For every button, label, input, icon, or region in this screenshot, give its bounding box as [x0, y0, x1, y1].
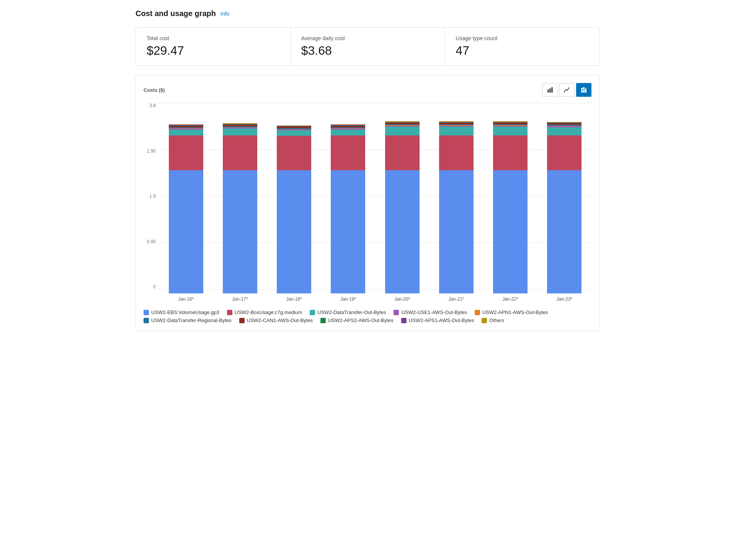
chart-body: Jan-16*Jan-17*Jan-18*Jan-19*Jan-20*Jan-2…: [159, 103, 591, 302]
svg-rect-13: [585, 90, 586, 93]
bar-chart-icon: [547, 86, 554, 93]
info-link[interactable]: Info: [220, 11, 229, 17]
bar-stack: [439, 121, 474, 293]
chart-controls-row: Costs ($): [144, 83, 591, 97]
chart-section: Costs ($): [136, 75, 599, 331]
svg-point-3: [564, 91, 565, 93]
line-chart-icon: [564, 86, 570, 93]
bar-segment-box: [169, 135, 203, 170]
bar-group[interactable]: Jan-19*: [321, 103, 375, 302]
legend-swatch-ebs: [144, 310, 149, 315]
usage-type-count-label: Usage type count: [456, 35, 588, 41]
svg-rect-12: [583, 87, 585, 89]
bar-chart-button[interactable]: [542, 83, 558, 97]
bar-segment-dt_out: [331, 130, 365, 135]
svg-point-5: [567, 90, 568, 91]
avg-daily-cost-label: Average daily cost: [301, 35, 434, 41]
bar-segment-ebs: [331, 170, 365, 293]
bar-label: Jan-19*: [340, 296, 356, 302]
bar-label: Jan-18*: [286, 296, 302, 302]
bar-group[interactable]: Jan-17*: [213, 103, 267, 302]
chart-area: 3.82.901.90.950 Jan-16*Jan-17*Jan-18*Jan…: [144, 103, 591, 302]
y-tick: 0: [153, 284, 156, 290]
bar-segment-dt_out: [223, 129, 257, 135]
page: Cost and usage graph Info Total cost $29…: [126, 0, 609, 340]
bar-segment-ebs: [223, 170, 257, 293]
svg-rect-9: [581, 88, 583, 90]
line-chart-button[interactable]: [559, 83, 575, 97]
legend-label-ebs: USW2-EBS:VolumeUsage.gp3: [151, 309, 219, 315]
y-axis: 3.82.901.90.950: [144, 103, 159, 302]
bar-segment-ebs: [493, 170, 528, 293]
bar-group[interactable]: Jan-21*: [429, 103, 483, 302]
bar-segment-box: [331, 135, 365, 170]
y-tick: 2.90: [147, 148, 156, 154]
usage-type-count-value: 47: [456, 44, 588, 58]
svg-point-4: [565, 89, 567, 90]
legend-item-others: Others: [482, 317, 504, 323]
chart-type-controls: [542, 83, 591, 97]
bar-label: Jan-22*: [502, 296, 518, 302]
bar-group[interactable]: Jan-23*: [537, 103, 591, 302]
bar-group[interactable]: Jan-18*: [267, 103, 321, 302]
legend-item-ebs: USW2-EBS:VolumeUsage.gp3: [144, 309, 219, 315]
legend-item-dt_reg: USW2-DataTransfer-Regional-Bytes: [144, 317, 232, 323]
legend-label-aps2: USW2-APS2-AWS-Out-Bytes: [328, 317, 394, 323]
bar-stack: [385, 121, 420, 293]
bar-group[interactable]: Jan-16*: [159, 103, 213, 302]
bar-stack: [547, 122, 581, 293]
legend-item-dt_out: USW2-DataTransfer-Out-Bytes: [310, 309, 386, 315]
legend-label-aps1: USW2-APS1-AWS-Out-Bytes: [409, 317, 474, 323]
legend-swatch-aps2: [320, 318, 326, 323]
svg-rect-11: [583, 89, 585, 90]
legend-swatch-others: [482, 318, 487, 323]
bars-container: Jan-16*Jan-17*Jan-18*Jan-19*Jan-20*Jan-2…: [159, 103, 591, 302]
total-cost-box: Total cost $29.47: [136, 28, 291, 65]
legend-swatch-can1: [239, 318, 245, 323]
svg-rect-2: [551, 87, 553, 93]
total-cost-value: $29.47: [147, 44, 279, 58]
bar-label: Jan-16*: [178, 296, 194, 302]
bar-label: Jan-21*: [448, 296, 464, 302]
legend-swatch-dt_reg: [144, 318, 149, 323]
bar-segment-box: [493, 135, 528, 170]
legend-item-can1: USW2-CAN1-AWS-Out-Bytes: [239, 317, 313, 323]
legend-swatch-box: [227, 310, 232, 315]
bar-label: Jan-20*: [394, 296, 410, 302]
bar-stack: [331, 124, 365, 293]
legend-label-others: Others: [489, 317, 504, 323]
legend-item-aps2: USW2-APS2-AWS-Out-Bytes: [320, 317, 394, 323]
y-tick: 3.8: [149, 103, 156, 108]
bar-segment-ebs: [547, 170, 581, 293]
bar-segment-ebs: [439, 170, 474, 293]
legend-item-use1: USW2-USE1-AWS-Out-Bytes: [394, 309, 467, 315]
svg-point-6: [568, 88, 570, 89]
bar-group[interactable]: Jan-20*: [375, 103, 429, 302]
legend-label-can1: USW2-CAN1-AWS-Out-Bytes: [247, 317, 313, 323]
svg-rect-14: [585, 88, 586, 90]
y-axis-label: Costs ($): [144, 87, 165, 93]
bar-segment-box: [223, 135, 257, 170]
svg-rect-7: [581, 91, 583, 93]
page-title: Cost and usage graph: [136, 9, 216, 18]
bar-segment-ebs: [169, 170, 203, 293]
y-tick: 1.9: [149, 194, 156, 199]
svg-rect-0: [547, 90, 549, 93]
legend-swatch-aps1: [401, 318, 407, 323]
legend-item-aps1: USW2-APS1-AWS-Out-Bytes: [401, 317, 474, 323]
avg-daily-cost-value: $3.68: [301, 44, 434, 58]
bar-stack: [493, 121, 528, 293]
bar-segment-box: [547, 135, 581, 170]
bar-segment-ebs: [277, 170, 311, 293]
stacked-bar-chart-button[interactable]: [576, 83, 591, 97]
bar-segment-box: [385, 135, 420, 170]
stacked-bar-icon: [580, 86, 587, 93]
bar-segment-dt_out: [547, 127, 581, 135]
bar-group[interactable]: Jan-22*: [483, 103, 537, 302]
bar-label: Jan-17*: [232, 296, 248, 302]
legend-label-use1: USW2-USE1-AWS-Out-Bytes: [401, 309, 467, 315]
bar-stack: [277, 125, 311, 293]
bar-segment-box: [439, 135, 474, 170]
legend-label-apn1: USW2-APN1-AWS-Out-Bytes: [482, 309, 548, 315]
usage-type-count-box: Usage type count 47: [445, 28, 599, 65]
